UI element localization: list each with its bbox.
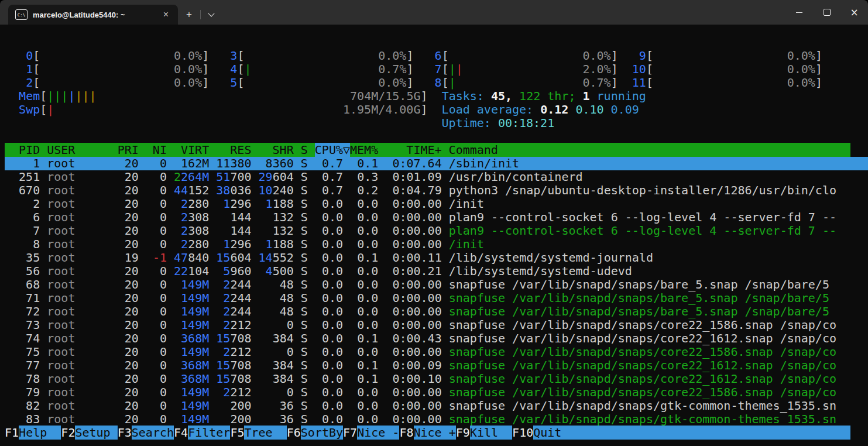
swap-meter-row: Swp[| 1.95M/4.00G] Load average: 0.12 0.… (5, 103, 868, 116)
process-row[interactable]: 82 root 20 0 149M 200 36 S 0.0 0.0 0:00.… (5, 399, 868, 413)
tab-close-icon[interactable]: × (161, 9, 171, 20)
uptime-row: Uptime: 00:18:21 (5, 116, 868, 130)
cpu-meter-row: 2[ 0.0%] 5[ 0.0%] 8[| 0.7%] 11[ 0.0%] (5, 76, 868, 90)
process-row[interactable]: 8 root 20 0 2280 1296 1188 S 0.0 0.0 0:0… (5, 238, 868, 251)
process-row[interactable]: 79 root 20 0 149M 2212 0 S 0.0 0.0 0:00.… (5, 386, 868, 399)
blank-row (5, 130, 868, 143)
process-row[interactable]: 71 root 20 0 149M 2244 48 S 0.0 0.0 0:00… (5, 291, 868, 305)
fkey-F5[interactable]: F5Tree (230, 426, 286, 440)
new-tab-button[interactable]: + (178, 5, 200, 25)
htop-screen: 0[ 0.0%] 3[ 0.0%] 6[ 0.0%] 9[ 0.0%] 1[ 0… (0, 25, 868, 440)
process-row[interactable]: 7 root 20 0 2308 144 132 S 0.0 0.0 0:00.… (5, 224, 868, 238)
process-row[interactable]: 83 root 20 0 149M 200 36 S 0.0 0.0 0:00.… (5, 413, 868, 426)
close-button[interactable]: × (840, 0, 868, 25)
fkey-F10[interactable]: F10Quit (512, 426, 850, 440)
maximize-icon (824, 9, 831, 16)
maximize-button[interactable] (813, 0, 840, 25)
window-controls: × (785, 0, 868, 25)
fkey-F2[interactable]: F2Setup (61, 426, 117, 440)
tab-dropdown-button[interactable] (201, 5, 222, 25)
process-row[interactable]: 2 root 20 0 2280 1296 1188 S 0.0 0.0 0:0… (5, 197, 868, 211)
fkey-F9[interactable]: F9Kill (456, 426, 512, 440)
fkey-F7[interactable]: F7Nice - (343, 426, 399, 440)
process-row[interactable]: 6 root 20 0 2308 144 132 S 0.0 0.0 0:00.… (5, 211, 868, 224)
tab-title: marcelo@Latitude5440: ~ (33, 11, 161, 19)
process-row[interactable]: 73 root 20 0 149M 2212 0 S 0.0 0.0 0:00.… (5, 318, 868, 332)
process-row[interactable]: 35 root 19 -1 47840 15604 14552 S 0.0 0.… (5, 251, 868, 265)
command-prompt-icon: C:\ (15, 9, 28, 20)
fkey-F4[interactable]: F4Filter (174, 426, 230, 440)
function-key-bar: F1Help F2Setup F3SearchF4FilterF5Tree F6… (5, 426, 868, 440)
process-row[interactable]: 670 root 20 0 44152 38036 10240 S 0.7 0.… (5, 184, 868, 197)
memory-meter-row: Mem[||||||| 704M/15.5G] Tasks: 45, 122 t… (5, 90, 868, 103)
process-row[interactable]: 1 root 20 0 162M 11380 8360 S 0.7 0.1 0:… (5, 157, 868, 170)
minimize-button[interactable] (785, 0, 813, 25)
process-row[interactable]: 78 root 20 0 368M 15708 384 S 0.0 0.1 0:… (5, 372, 868, 386)
cpu-meter-row: 1[ 0.0%] 4[| 0.7%] 7[|| 2.0%] 10[ 0.0%] (5, 63, 868, 76)
process-row[interactable]: 75 root 20 0 149M 2212 0 S 0.0 0.0 0:00.… (5, 345, 868, 359)
fkey-F8[interactable]: F8Nice + (399, 426, 455, 440)
fkey-F6[interactable]: F6SortBy (287, 426, 343, 440)
process-row[interactable]: 72 root 20 0 149M 2244 48 S 0.0 0.0 0:00… (5, 305, 868, 318)
terminal-window: C:\ marcelo@Latitude5440: ~ × + × 0[ 0.0… (0, 0, 868, 446)
fkey-F1[interactable]: F1Help (5, 426, 61, 440)
titlebar: C:\ marcelo@Latitude5440: ~ × + × (0, 0, 868, 25)
cpu-meter-row: 0[ 0.0%] 3[ 0.0%] 6[ 0.0%] 9[ 0.0%] (5, 49, 868, 63)
process-row[interactable]: 77 root 20 0 368M 15708 384 S 0.0 0.1 0:… (5, 359, 868, 372)
chevron-down-icon (208, 10, 214, 16)
process-row[interactable]: 68 root 20 0 149M 2244 48 S 0.0 0.0 0:00… (5, 278, 868, 291)
terminal-tab[interactable]: C:\ marcelo@Latitude5440: ~ × (8, 5, 178, 25)
fkey-F3[interactable]: F3Search (118, 426, 174, 440)
minimize-icon (796, 12, 802, 13)
process-row[interactable]: 74 root 20 0 368M 15708 384 S 0.0 0.1 0:… (5, 332, 868, 345)
process-row[interactable]: 251 root 20 0 2264M 51700 29604 S 0.7 0.… (5, 170, 868, 184)
process-row[interactable]: 56 root 20 0 22104 5960 4500 S 0.0 0.0 0… (5, 265, 868, 278)
table-header[interactable]: PID USER PRI NI VIRT RES SHR S CPU%▽MEM%… (5, 143, 868, 157)
